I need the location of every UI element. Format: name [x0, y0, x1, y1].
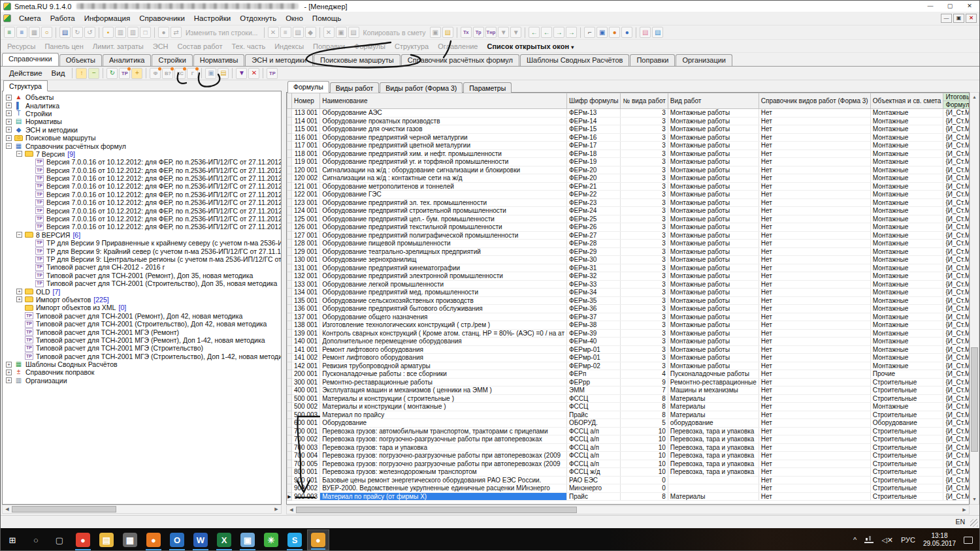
- tree-item-10[interactable]: ТРВерсия 7.0.0.16 от 10.12.2012: для ФЕР…: [4, 174, 281, 182]
- scroll-up-icon[interactable]: ▲: [970, 93, 979, 102]
- workspace-tab-9[interactable]: Поправки: [630, 54, 675, 66]
- column-header-4[interactable]: Вид работ: [668, 93, 759, 109]
- tree-toggle-33[interactable]: +: [6, 362, 12, 368]
- workspace-tab-8[interactable]: Шаблоны Сводных Расчётов: [520, 54, 629, 66]
- workspace-tab-0[interactable]: Справочники: [2, 53, 59, 66]
- tab-structure[interactable]: Структура: [3, 80, 48, 91]
- delete-x-icon[interactable]: ✕: [268, 27, 279, 38]
- tree-toggle-25[interactable]: +: [16, 296, 22, 302]
- menu-3[interactable]: Справочники: [135, 13, 189, 24]
- tree-toggle-35[interactable]: +: [6, 377, 12, 383]
- action-center-icon[interactable]: [964, 537, 973, 544]
- tree-toggle-0[interactable]: +: [6, 95, 12, 101]
- tree-item-33[interactable]: +▦Шаблоны Сводных Расчётов: [4, 360, 281, 368]
- table-row[interactable]: 131 001Оборудование предприятий кинемато…: [287, 264, 970, 272]
- tree-horizontal-scrollbar[interactable]: ◀ ▶: [2, 505, 282, 514]
- table-row[interactable]: 119 001Оборудование предприятий уг. и то…: [287, 158, 970, 166]
- structure-tree-icon[interactable]: ≡: [4, 27, 15, 38]
- refresh-icon[interactable]: ↻: [72, 27, 83, 38]
- table-row[interactable]: 700 002Перевозка грузов: погрузочно-разг…: [287, 435, 970, 444]
- table-row[interactable]: 132 001Оборудование предприятий электрон…: [287, 272, 970, 281]
- table-row[interactable]: 126 001Оборудование предприятий текстиль…: [287, 223, 970, 232]
- table-row[interactable]: 135 001Оборудование сельскохозяйственых …: [287, 296, 970, 305]
- skype-icon-button[interactable]: S: [284, 529, 306, 550]
- table-row[interactable]: 120 002Сигнализации на ж/д : контактные …: [287, 174, 970, 183]
- mdi-minimize-button[interactable]: —: [941, 14, 952, 23]
- table-row[interactable]: 400 001Эксплуатация машин и механизмов (…: [287, 386, 970, 395]
- price-add-icon[interactable]: ▥: [127, 27, 139, 38]
- tp-icon[interactable]: Тр: [473, 27, 484, 38]
- chrome-icon-button[interactable]: ●: [72, 529, 94, 550]
- table-row[interactable]: 134 001Оборудование предприятий мед. про…: [287, 289, 970, 297]
- indent-last-icon[interactable]: →: [566, 27, 577, 38]
- tnp-icon[interactable]: Тнр: [485, 27, 497, 38]
- tree-item-7[interactable]: −7 Версия[9]: [4, 150, 281, 158]
- table-row[interactable]: 118 001Оборудование предприятий хим. и н…: [287, 150, 970, 158]
- window-maximize-button[interactable]: ▢: [940, 1, 960, 11]
- clear-filter-icon[interactable]: ✕: [248, 68, 259, 79]
- excel-export-icon[interactable]: ▦: [29, 27, 40, 38]
- formulas-tab-2[interactable]: Виды работ (Форма 3): [380, 82, 463, 93]
- column-header-0[interactable]: Номер: [292, 93, 320, 109]
- copy-icon[interactable]: ▣: [336, 27, 347, 38]
- tree-item-11[interactable]: ТРВерсия 7.0.0.16 от 10.12.2012: для ФЕР…: [4, 182, 281, 190]
- column-header-3[interactable]: № вида работ: [621, 93, 668, 109]
- table-row[interactable]: 500 003Материал по прайсуПрайс8Материалы…: [287, 411, 970, 419]
- menu-6[interactable]: Окно: [281, 13, 308, 24]
- action-menu-1[interactable]: Вид: [47, 68, 70, 78]
- fill-filter-icon[interactable]: ▼: [498, 27, 509, 38]
- tree-item-0[interactable]: +▲Объекты: [4, 93, 281, 101]
- table-row[interactable]: 120 001Сигнализации на ж/д : оборудовани…: [287, 166, 970, 174]
- scroll-left-icon[interactable]: ◀: [287, 506, 296, 514]
- table-row[interactable]: 129 001Оборудование театрально-зрелищных…: [287, 247, 970, 256]
- copy-to-estimate-button[interactable]: Копировать в смету: [363, 29, 426, 37]
- table-row[interactable]: 117 001Оборудование предприятий цветной …: [287, 142, 970, 150]
- smeta-icon-button[interactable]: ●: [307, 529, 329, 550]
- menu-4[interactable]: Настройки: [189, 13, 235, 24]
- table-row[interactable]: 600 001ОборудованиеОБОРУД.5оборудованиеН…: [287, 419, 970, 428]
- indent-icon[interactable]: →: [553, 27, 564, 38]
- photos-icon-button[interactable]: ▣: [237, 529, 259, 550]
- search-icon[interactable]: ○: [41, 27, 52, 38]
- workspace-tab-6[interactable]: Поисковые маршруты: [314, 54, 400, 66]
- truck-blue-icon[interactable]: ▣: [596, 27, 608, 38]
- column-header-1[interactable]: Наименование: [320, 93, 567, 109]
- table-horizontal-scrollbar[interactable]: ◀ ▶: [286, 505, 970, 514]
- tray-chevron-up-icon[interactable]: ^: [853, 536, 857, 544]
- copy-doc-icon[interactable]: ▣: [430, 27, 441, 38]
- workspace-tab-7[interactable]: Справочник расчётных формул: [401, 54, 519, 66]
- layers-blue-icon[interactable]: ▤: [652, 27, 663, 38]
- tree-item-27[interactable]: ТРТиповой расчет для ТСН-2001 (Ремонт), …: [4, 312, 281, 320]
- table-row[interactable]: 128 001Оборудование пищевой промышленнос…: [287, 240, 970, 248]
- tree-toggle-4[interactable]: +: [6, 127, 12, 133]
- search-button-button[interactable]: ○: [25, 529, 47, 550]
- word-icon-button[interactable]: W: [189, 529, 212, 550]
- tree-item-18[interactable]: ТРТР для Версии 9 Приравненные к крайнем…: [4, 239, 281, 247]
- filter-icon[interactable]: ▼: [236, 68, 247, 79]
- excel-icon-button[interactable]: X: [213, 529, 235, 550]
- table-row[interactable]: 500 002Материалы и конструкции ( монтажн…: [287, 403, 970, 411]
- workspace-tab-10[interactable]: Организации: [676, 54, 732, 66]
- table-row[interactable]: 136 001Оборудование предприятий бытового…: [287, 305, 970, 313]
- tree-item-3[interactable]: +▤Нормативы: [4, 118, 281, 125]
- undo-icon[interactable]: ↺: [84, 27, 95, 38]
- tree-item-15[interactable]: ТРВерсия 7.0.0.16 от 10.12.2012: для ФЕР…: [4, 215, 281, 223]
- tree-toggle-5[interactable]: +: [6, 135, 12, 141]
- workspace-tab-2[interactable]: Аналитика: [103, 54, 151, 66]
- car-blue-icon[interactable]: ●: [621, 27, 632, 38]
- menu-5[interactable]: Отдохнуть: [235, 13, 281, 24]
- table-row[interactable]: 700 003Перевозка грузов: тара и упаковка…: [287, 443, 970, 452]
- network-icon[interactable]: [864, 537, 874, 543]
- save-icon[interactable]: ▤: [59, 27, 71, 38]
- column-header-5[interactable]: Справочник видов работ (Форма 3): [759, 93, 870, 109]
- lock-icon[interactable]: ▪: [103, 27, 114, 38]
- tree-item-1[interactable]: +▌Аналитика: [4, 101, 281, 109]
- tree-item-8[interactable]: ТРВерсия 7.0.0.16 от 10.12.2012: для ФЕР…: [4, 158, 281, 166]
- price-panel-icon[interactable]: ▥: [115, 27, 126, 38]
- tree-item-4[interactable]: +◆ЭСН и методики: [4, 126, 281, 134]
- note-icon[interactable]: □: [140, 27, 151, 38]
- tree-item-26[interactable]: Импорт объектов из XML[0]: [4, 304, 281, 311]
- formulas-tab-3[interactable]: Параметры: [463, 82, 512, 93]
- table-row[interactable]: 300 001Ремонтно-реставрационные работыФЕ…: [287, 378, 970, 386]
- tree-item-13[interactable]: ТРВерсия 7.0.0.16 от 10.12.2012: для ФЕР…: [4, 198, 281, 206]
